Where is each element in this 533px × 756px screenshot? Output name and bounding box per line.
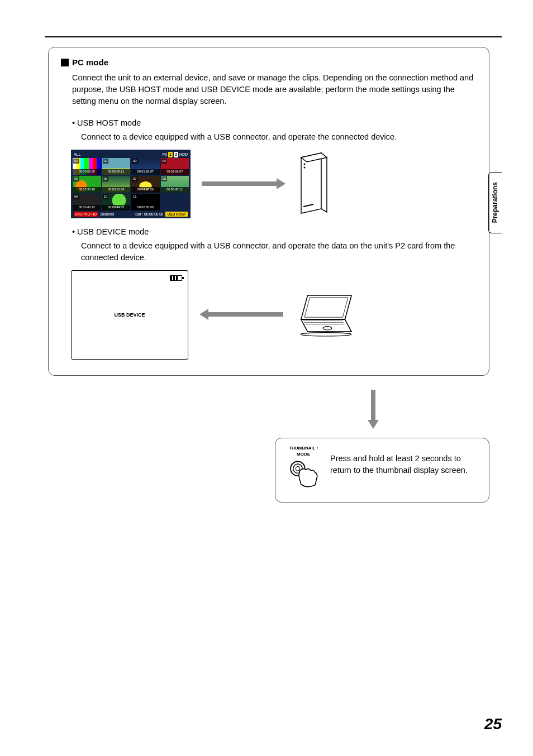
- svg-point-9: [323, 327, 332, 330]
- thumb-cell: 1100:00:00.00: [131, 194, 160, 210]
- thumb-cell: 0900:06:46:12: [73, 194, 101, 210]
- page-top-rule: [45, 36, 502, 37]
- thumb-duration: Dur : 00:00:00.00: [135, 212, 163, 217]
- arrow-right-icon: [202, 179, 285, 189]
- usb-host-title: • USB HOST mode: [72, 117, 477, 129]
- pc-mode-title: PC mode: [72, 56, 108, 69]
- thumb-cell: 0300:01:28.07: [131, 158, 160, 175]
- thumb-mode-badge: USB HOST: [165, 212, 188, 217]
- thumb-format: DVCPRO HD: [74, 212, 98, 217]
- press-button-illustration: THUMBNAIL / MODE: [285, 446, 321, 492]
- page-number: 25: [484, 713, 502, 736]
- pc-mode-heading: PC mode: [61, 56, 477, 69]
- svg-marker-7: [304, 298, 348, 317]
- usb-device-section: • USB DEVICE mode Connect to a device eq…: [72, 226, 477, 264]
- thumb-resolution: 1080/60i: [100, 212, 114, 217]
- usb-device-box-label: USB DEVICE: [114, 312, 145, 319]
- thumb-bottombar: DVCPRO HD 1080/60i Dur : 00:00:00.00 USB…: [73, 210, 189, 217]
- svg-marker-1: [321, 153, 327, 212]
- thumb-hdd-label: HDD: [179, 152, 188, 157]
- pc-mode-description: Connect the unit to an external device, …: [72, 72, 477, 107]
- svg-point-10: [301, 333, 351, 336]
- thumb-topbar: ALL P2 1 2 HDD: [73, 151, 189, 158]
- thumbnail-screen: ALL P2 1 2 HDD 0100:00:00.00 0200:00:55.…: [71, 150, 191, 219]
- thumb-cell: 0500:02:33.26: [73, 176, 101, 193]
- laptop-icon: [294, 293, 356, 337]
- pc-mode-panel: PC mode Connect the unit to an external …: [48, 47, 489, 376]
- heading-marker-icon: [61, 59, 69, 66]
- thumb-cell: 1000:09:44.03: [102, 194, 131, 210]
- thumb-cell: 0600:03:51.04: [102, 176, 131, 193]
- arrow-left-icon: [199, 310, 283, 320]
- svg-point-4: [304, 166, 306, 168]
- usb-device-box: USB DEVICE: [71, 270, 188, 360]
- thumb-cell: 0100:00:00.00: [73, 158, 101, 175]
- thumb-grid: 0100:00:00.00 0200:00:55.11 0300:01:28.0…: [73, 158, 189, 210]
- side-tab-label: Preparations: [491, 182, 500, 223]
- usb-device-desc: Connect to a device equipped with a USB …: [81, 240, 477, 264]
- return-instruction-panel: THUMBNAIL / MODE Press and hold at least…: [275, 438, 489, 503]
- desktop-tower-icon: [297, 151, 330, 218]
- thumb-cell: 0200:00:55.11: [102, 158, 131, 175]
- usb-host-illustration: ALL P2 1 2 HDD 0100:00:00.00 0200:00:55.…: [71, 150, 477, 219]
- thumb-slot-2: 2: [174, 152, 178, 157]
- battery-icon: [170, 275, 182, 281]
- thumb-all-label: ALL: [74, 152, 80, 157]
- thumb-cell: 0800:06:47.11: [161, 176, 189, 193]
- side-tab-preparations: Preparations: [488, 172, 502, 233]
- usb-device-illustration: USB DEVICE: [71, 270, 477, 360]
- svg-marker-0: [301, 153, 321, 213]
- svg-point-13: [296, 466, 299, 470]
- usb-host-desc: Connect to a device equipped with a USB …: [81, 131, 477, 143]
- button-name-line1: THUMBNAIL /: [285, 446, 321, 451]
- arrow-down-icon: [369, 390, 379, 429]
- thumb-cell: 0700:04:48.26: [131, 176, 160, 193]
- usb-host-section: • USB HOST mode Connect to a device equi…: [72, 117, 477, 143]
- thumb-cell: 0400:02:06.07: [161, 158, 189, 175]
- button-name-line2: MODE: [285, 452, 321, 457]
- thumb-p2-label: P2: [162, 152, 167, 157]
- svg-point-3: [304, 163, 306, 165]
- usb-device-title: • USB DEVICE mode: [72, 226, 477, 238]
- finger-press-icon: [285, 458, 321, 489]
- thumb-slot-1: 1: [168, 152, 173, 157]
- return-instruction-text: Press and hold at least 2 seconds to ret…: [330, 446, 479, 476]
